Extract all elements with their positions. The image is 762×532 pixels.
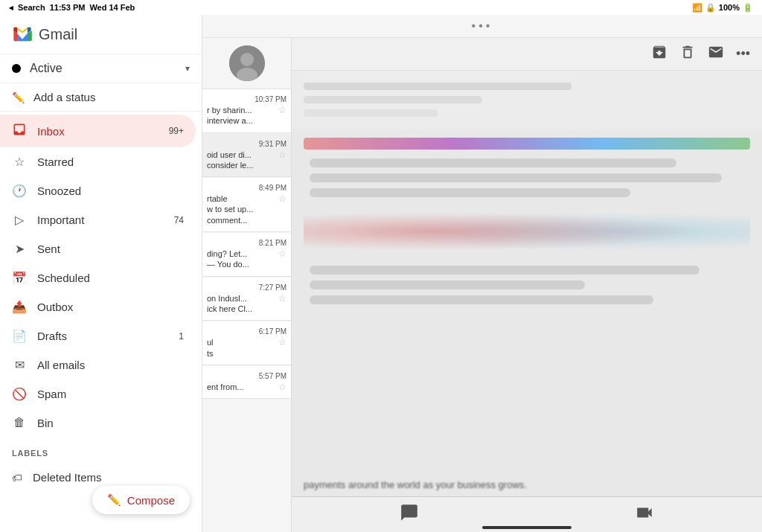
status-bar-time: 11:53 PM [50,3,86,12]
star-icon[interactable]: ☆ [278,249,286,259]
avatar [229,45,265,81]
star-icon[interactable]: ☆ [278,150,286,160]
drafts-label: Drafts [37,330,67,342]
labels-title: LABELS [12,449,48,458]
send-icon: ➤ [12,242,27,256]
sidebar-item-scheduled[interactable]: 📅 Scheduled [0,263,196,292]
sidebar-item-outbox[interactable]: 📤 Outbox [0,292,196,321]
list-item[interactable]: 7:27 PM on Indusl...ick here Cl... ☆ [202,278,291,321]
email-preview: rtablew to set up...comment... [207,193,253,225]
pencil-icon: ✏️ [12,92,25,103]
user-status[interactable]: Active ▾ [0,54,202,83]
dots-icon: ••• [472,19,493,33]
home-indicator [482,526,572,529]
right-panel: ••• [292,38,762,532]
list-item[interactable]: 8:49 PM rtablew to set up...comment... ☆ [202,178,291,232]
avatar-area [202,38,291,89]
add-status-label: Add a status [33,91,95,103]
sidebar-item-all-emails[interactable]: ✉ All emails [0,350,196,379]
nav-item-sent-left: ➤ Sent [12,242,60,256]
email-color-bar [304,138,750,150]
status-label: Active [30,62,63,75]
outbox-icon: 📤 [12,300,27,314]
inbox-icon [12,122,27,140]
sidebar-item-snoozed[interactable]: 🕐 Snoozed [0,176,196,205]
sidebar-item-drafts[interactable]: 📄 Drafts 1 [0,321,196,350]
email-preview: r by sharin...interview a... [207,105,253,126]
add-status[interactable]: ✏️ Add a status [0,83,202,112]
schedule-icon: 📅 [12,271,27,285]
spam-icon: 🚫 [12,387,27,401]
svg-point-1 [240,53,254,66]
email-list-items: 10:37 PM r by sharin...interview a... ☆ … [202,89,291,532]
nav-item-outbox-left: 📤 Outbox [12,300,73,314]
scheduled-label: Scheduled [37,272,90,284]
deleted-items-label: Deleted Items [33,471,102,484]
status-bar-date: Wed 14 Feb [89,3,135,12]
email-preview: on Indusl...ick here Cl... [207,293,252,315]
list-item[interactable]: 8:21 PM ding? Let...— You do... ☆ [202,233,291,277]
snoozed-label: Snoozed [37,185,81,197]
all-emails-label: All emails [37,359,85,371]
sidebar-item-important[interactable]: ▷ Important 74 [0,205,196,234]
email-time: 9:31 PM [207,140,286,148]
email-time: 8:21 PM [207,239,286,247]
sent-label: Sent [37,243,60,255]
star-icon[interactable]: ☆ [278,193,286,204]
trash-button[interactable] [679,44,696,64]
label-icon: ▷ [12,213,27,227]
list-item[interactable]: 10:37 PM r by sharin...interview a... ☆ [202,89,291,133]
starred-label: Starred [37,156,74,168]
list-item[interactable]: 9:31 PM oid user di...consider le... ☆ [202,134,291,178]
user-status-left: Active [12,62,63,75]
nav-item-scheduled-left: 📅 Scheduled [12,271,90,285]
nav-item-drafts-left: 📄 Drafts [12,329,67,343]
compose-button[interactable]: ✏️ Compose [92,486,190,514]
star-icon: ☆ [12,155,27,169]
nav-item-important-left: ▷ Important [12,213,84,227]
drafts-badge: 1 [179,331,184,342]
app-title: Gmail [39,26,77,43]
nav-item-starred-left: ☆ Starred [12,155,74,169]
sidebar: Gmail Active ▾ ✏️ Add a status [0,15,202,532]
chat-button[interactable] [400,503,419,527]
sidebar-item-inbox[interactable]: Inbox 99+ [0,115,196,147]
compose-icon: ✏️ [107,493,121,507]
label-outline-icon: 🏷 [12,472,22,484]
archive-button[interactable] [651,44,667,64]
mark-unread-button[interactable] [708,44,724,64]
star-icon[interactable]: ☆ [278,337,286,347]
list-item[interactable]: 5:57 PM ent from... ☆ [202,366,291,399]
spam-label: Spam [37,388,66,400]
email-time: 6:17 PM [207,327,286,336]
star-icon[interactable]: ☆ [278,105,286,115]
nav-item-spam-left: 🚫 Spam [12,387,66,401]
nav-item-all-left: ✉ All emails [12,358,85,372]
more-options-button[interactable]: ••• [736,46,750,62]
sidebar-item-bin[interactable]: 🗑 Bin [0,408,196,437]
sidebar-item-spam[interactable]: 🚫 Spam [0,379,196,408]
nav-item-snoozed-left: 🕐 Snoozed [12,184,81,198]
email-time: 8:49 PM [207,184,286,192]
labels-section: LABELS [0,437,202,464]
video-button[interactable] [635,503,654,527]
email-content: payments around the world as your busine… [292,71,762,532]
content-area: ••• 10:37 PM [202,15,762,532]
chevron-down-icon[interactable]: ▾ [185,63,190,74]
draft-icon: 📄 [12,329,27,343]
status-bar-search: Search [18,3,45,12]
sidebar-item-sent[interactable]: ➤ Sent [0,234,196,263]
battery-label: 100% [719,3,740,12]
status-dot-icon [12,64,21,73]
outbox-label: Outbox [37,301,73,313]
list-item[interactable]: 6:17 PM ults ☆ [202,321,291,365]
battery-icon: 🔋 [743,3,753,13]
star-icon[interactable]: ☆ [278,382,286,392]
email-time: 7:27 PM [207,283,286,292]
star-icon[interactable]: ☆ [278,293,286,304]
sidebar-item-starred[interactable]: ☆ Starred [0,147,196,176]
inbox-label: Inbox [37,125,65,138]
all-mail-icon: ✉ [12,358,27,372]
nav-item-bin-left: 🗑 Bin [12,416,54,429]
back-icon: ◂ [9,3,13,13]
